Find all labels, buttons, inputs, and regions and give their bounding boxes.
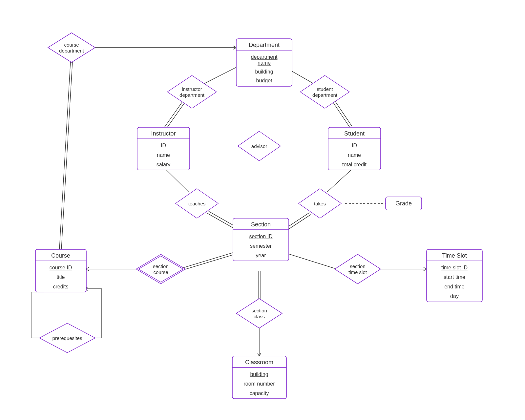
entity-attr: room number	[243, 381, 275, 387]
svg-line-16	[183, 253, 233, 268]
entity-title: Student	[344, 130, 365, 137]
svg-text:prerequesites: prerequesites	[52, 335, 82, 341]
svg-text:section: section	[153, 263, 169, 269]
svg-text:time slot: time slot	[348, 269, 367, 275]
entity-course: Course course ID title credits	[35, 249, 86, 292]
entity-attr: year	[256, 253, 266, 258]
svg-line-5	[166, 103, 184, 129]
entity-title: Grade	[395, 200, 412, 207]
svg-line-3	[203, 66, 240, 84]
svg-line-17	[184, 255, 234, 270]
entity-key: building	[250, 371, 268, 377]
entity-title: Time Slot	[442, 252, 467, 259]
relationship-section-timeslot: section time slot	[335, 254, 381, 284]
entity-attr: title	[57, 274, 65, 280]
relationship-instructor-department: instructor department	[167, 75, 217, 108]
entity-attr: name	[157, 152, 170, 158]
svg-text:department: department	[312, 92, 338, 98]
entity-section: Section section ID semester year	[233, 218, 289, 261]
entity-timeslot: Time Slot time slot ID start time end ti…	[427, 249, 482, 302]
relationship-advisor: advisor	[238, 131, 281, 161]
entity-key: section ID	[249, 234, 272, 239]
entity-attr: building	[255, 69, 273, 74]
svg-line-8	[335, 101, 352, 126]
entity-attr: end time	[444, 284, 464, 289]
entity-attr: budget	[256, 78, 272, 83]
svg-text:section: section	[350, 263, 366, 269]
svg-text:instructor: instructor	[182, 86, 202, 92]
svg-text:department: department	[59, 48, 84, 53]
entity-student: Student ID name total credit	[328, 127, 381, 170]
entity-attr: total credit	[342, 162, 367, 167]
entity-title: Department	[249, 42, 280, 48]
svg-text:department: department	[179, 92, 205, 98]
entity-key: time slot ID	[441, 265, 468, 270]
svg-line-12	[327, 170, 351, 192]
relationship-section-class: section class	[236, 299, 282, 328]
relationship-section-course: section course	[136, 254, 185, 284]
svg-line-4	[164, 102, 182, 127]
svg-text:class: class	[254, 314, 265, 319]
relationship-course-department: course department	[48, 33, 95, 62]
entity-grade: Grade	[386, 197, 422, 210]
svg-text:section: section	[251, 308, 267, 313]
svg-line-2	[61, 61, 73, 249]
entity-attr: semester	[250, 243, 272, 249]
entity-attr: capacity	[250, 390, 269, 396]
entity-key: ID	[161, 143, 166, 148]
svg-text:advisor: advisor	[251, 143, 267, 149]
svg-text:course: course	[153, 269, 168, 275]
svg-text:student: student	[317, 86, 333, 92]
svg-line-7	[333, 102, 350, 127]
svg-line-10	[207, 213, 236, 230]
entity-department: Department departmentname building budge…	[236, 39, 292, 86]
entity-classroom: Classroom building room number capacity	[232, 356, 286, 399]
relationship-teaches: teaches	[176, 189, 218, 218]
entity-title: Course	[51, 252, 70, 259]
entity-attr: credits	[53, 284, 68, 289]
svg-line-9	[166, 170, 189, 192]
relationship-takes: takes	[299, 189, 341, 218]
entity-title: Classroom	[245, 359, 273, 366]
svg-line-1	[59, 61, 71, 249]
svg-text:teaches: teaches	[188, 201, 206, 206]
entity-instructor: Instructor ID name salary	[137, 127, 190, 170]
entity-title: Instructor	[151, 130, 176, 137]
svg-line-19	[289, 254, 335, 268]
entity-key: course ID	[50, 265, 72, 270]
entity-attr: salary	[157, 162, 171, 167]
entity-title: Section	[251, 221, 271, 228]
relationship-prerequisites: prerequesites	[39, 323, 95, 353]
svg-text:takes: takes	[314, 201, 326, 206]
entity-attr: name	[348, 152, 361, 158]
svg-text:course: course	[64, 42, 79, 48]
entity-attr: start time	[444, 274, 465, 280]
entity-attr: day	[450, 293, 459, 299]
entity-key: ID	[352, 143, 357, 148]
